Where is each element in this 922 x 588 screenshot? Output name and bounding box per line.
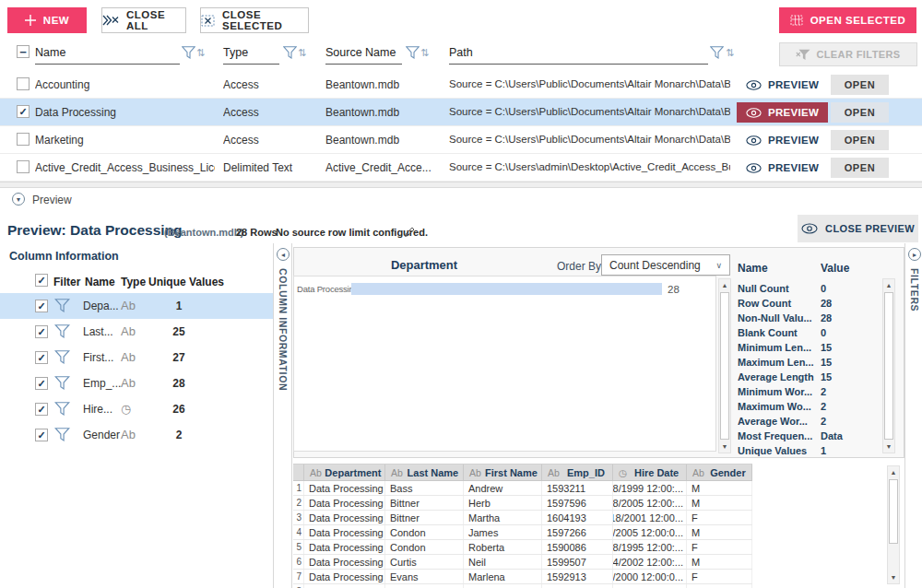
column-info-select-all-checkbox[interactable] — [35, 274, 48, 287]
column-header-type[interactable]: Type — [223, 46, 279, 65]
header-department[interactable]: Ab Department — [304, 465, 385, 480]
stats-scrollbar[interactable]: ▲ ▼ — [882, 278, 895, 453]
edit-row-limit-icon[interactable] — [404, 225, 416, 241]
column-filter-icon[interactable] — [54, 402, 70, 416]
row-checkbox[interactable] — [17, 133, 30, 146]
scrollbar-thumb[interactable] — [720, 292, 729, 440]
column-filter-icon[interactable] — [54, 350, 70, 364]
column-filter-icon[interactable] — [54, 299, 70, 312]
preview-button[interactable]: PREVIEW — [737, 130, 828, 150]
file-source-name: Beantown.mdb — [325, 106, 441, 119]
name-sort-icon[interactable]: ⇅ — [196, 47, 205, 59]
collapse-left-icon[interactable]: ◂ — [277, 248, 290, 261]
cell-first-name: Herb — [464, 496, 542, 510]
scroll-up-icon[interactable]: ▲ — [888, 466, 899, 478]
section-splitter[interactable] — [0, 182, 922, 188]
column-information-tab[interactable]: ◂ COLUMN INFORMATION — [273, 243, 292, 588]
scroll-up-icon[interactable]: ▲ — [719, 279, 730, 291]
header-hire-date[interactable]: ◷ Hire Date — [613, 465, 687, 480]
scroll-down-icon[interactable]: ▼ — [883, 441, 894, 453]
column-filter-icon[interactable] — [54, 324, 70, 338]
column-info-row[interactable]: Depa... Ab 1 — [0, 293, 273, 319]
scrollbar-thumb[interactable] — [889, 479, 898, 544]
column-info-list: Depa... Ab 1 Last... Ab 25 First... Ab 2… — [0, 293, 273, 448]
preview-button-label: PREVIEW — [768, 107, 819, 118]
type-filter-icon[interactable] — [283, 46, 297, 59]
bar[interactable] — [351, 283, 662, 295]
stat-value: 0 — [821, 283, 826, 294]
chart-scrollbar[interactable]: ▲ ▼ — [718, 278, 731, 453]
column-checkbox[interactable] — [35, 403, 48, 416]
open-button[interactable]: OPEN — [831, 102, 889, 123]
column-filter-icon[interactable] — [54, 376, 70, 390]
row-checkbox[interactable] — [17, 105, 30, 118]
column-filter-icon[interactable] — [54, 428, 70, 441]
header-first-name[interactable]: Ab First Name — [464, 465, 542, 480]
header-last-name[interactable]: Ab Last Name — [385, 465, 464, 480]
filters-tab[interactable]: ▸ FILTERS — [904, 243, 922, 588]
preview-button[interactable]: PREVIEW — [737, 158, 828, 178]
column-info-row[interactable]: Gender Ab 2 — [0, 422, 273, 448]
source-filter-icon[interactable] — [406, 46, 420, 59]
column-checkbox[interactable] — [35, 300, 48, 312]
bar-row[interactable]: Data Processing 28 — [294, 283, 715, 295]
order-by-value: Count Descending — [609, 259, 701, 272]
stat-value: 0 — [821, 327, 826, 338]
type-sort-icon[interactable]: ⇅ — [298, 47, 306, 59]
clear-filters-button[interactable]: CLEAR FILTERS — [779, 42, 917, 66]
column-header-path[interactable]: Path — [449, 46, 708, 65]
data-grid-row[interactable]: 1 Data Processing Bass Andrew 1593211 3/… — [293, 481, 752, 496]
new-button[interactable]: NEW — [7, 7, 87, 33]
row-checkbox[interactable] — [17, 160, 30, 173]
cell-first-name: Marlena — [464, 570, 542, 583]
open-button[interactable]: OPEN — [831, 130, 889, 150]
data-grid-row[interactable]: 2 Data Processing Bittner Herb 1597596 3… — [293, 496, 752, 511]
scroll-down-icon[interactable]: ▼ — [719, 441, 730, 453]
header-emp-id[interactable]: Ab Emp_ID — [542, 465, 613, 480]
column-header-source[interactable]: Source Name — [325, 46, 402, 65]
column-info-row[interactable]: Last... Ab 25 — [0, 319, 273, 345]
column-info-row[interactable]: Hire... ◷ 26 — [0, 396, 273, 422]
preview-button[interactable]: PREVIEW — [737, 75, 828, 95]
scroll-down-icon[interactable]: ▼ — [888, 571, 899, 583]
select-all-checkbox[interactable] — [17, 45, 30, 58]
data-grid-row[interactable]: 7 Data Processing Evans Marlena 1592913 … — [293, 570, 752, 584]
column-header-name[interactable]: Name — [35, 46, 180, 65]
column-checkbox[interactable] — [35, 325, 48, 338]
cell-department: Data Processing — [304, 570, 385, 583]
open-selected-button[interactable]: OPEN SELECTED — [779, 7, 916, 33]
data-grid-row[interactable]: 3 Data Processing Bittner Martha 1604193… — [293, 511, 752, 525]
open-button[interactable]: OPEN — [831, 158, 889, 178]
data-grid-row[interactable]: 6 Data Processing Curtis Neil 1599507 8/… — [293, 555, 752, 570]
file-table-row[interactable]: Accounting Access Beantown.mdb Source = … — [0, 71, 922, 99]
column-info-row[interactable]: Emp_... Ab 28 — [0, 370, 273, 396]
column-checkbox[interactable] — [35, 351, 48, 364]
open-button[interactable]: OPEN — [831, 75, 889, 95]
data-grid-row[interactable]: 5 Data Processing Condon Roberta 1590086… — [293, 540, 752, 555]
close-preview-button[interactable]: CLOSE PREVIEW — [798, 215, 918, 242]
data-grid-row[interactable]: 8 Data Processing Finn Arnold 1594470 2/… — [293, 584, 752, 588]
file-table-row[interactable]: Marketing Access Beantown.mdb Source = C… — [0, 126, 922, 154]
path-filter-icon[interactable] — [710, 46, 724, 59]
file-table-row[interactable]: Data Processing Access Beantown.mdb Sour… — [0, 99, 922, 126]
stat-value: 2 — [821, 416, 826, 427]
scroll-up-icon[interactable]: ▲ — [883, 279, 894, 291]
header-gender[interactable]: Ab Gender — [687, 465, 752, 480]
row-checkbox[interactable] — [17, 77, 30, 90]
order-by-dropdown[interactable]: Count Descending ∨ — [601, 254, 730, 276]
data-grid-row[interactable]: 4 Data Processing Condon James 1597266 6… — [293, 525, 752, 540]
name-filter-icon[interactable] — [182, 46, 195, 59]
file-table-row[interactable]: Active_Credit_Access_Business_Lice... De… — [0, 154, 922, 182]
close-all-button[interactable]: CLOSE ALL — [101, 7, 186, 33]
data-grid-scrollbar[interactable]: ▲ ▼ — [887, 465, 900, 584]
scrollbar-thumb[interactable] — [884, 292, 893, 440]
column-info-row[interactable]: First... Ab 27 — [0, 345, 273, 370]
path-sort-icon[interactable]: ⇅ — [726, 47, 734, 59]
preview-button[interactable]: PREVIEW — [737, 102, 828, 123]
column-checkbox[interactable] — [35, 429, 48, 441]
collapse-preview-icon[interactable]: ▾ — [12, 193, 25, 206]
column-checkbox[interactable] — [35, 377, 48, 390]
source-sort-icon[interactable]: ⇅ — [420, 47, 429, 59]
close-selected-button[interactable]: CLOSE SELECTED — [200, 7, 309, 33]
expand-right-icon[interactable]: ▸ — [908, 248, 921, 261]
